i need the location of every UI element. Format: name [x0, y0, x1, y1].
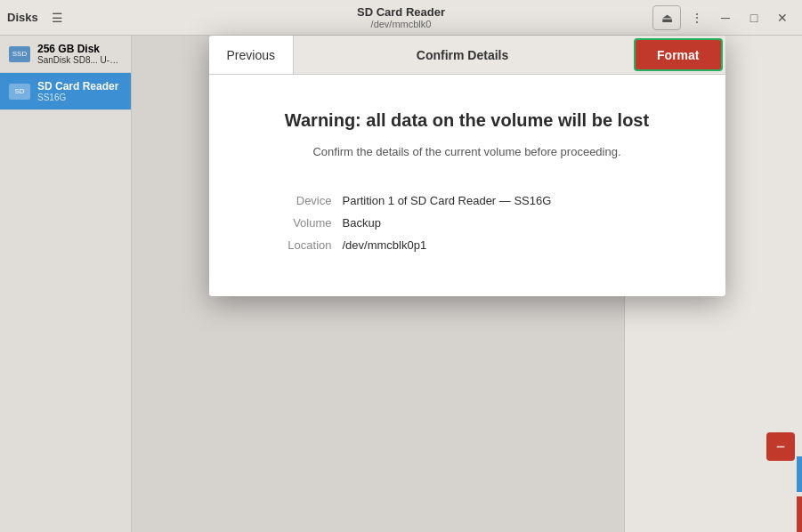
- sidebar-item-sub-sd: SS16G: [37, 93, 122, 102]
- location-label: Location: [271, 238, 343, 252]
- volume-row: Volume Backup: [271, 216, 699, 230]
- device-label: Device: [271, 194, 343, 207]
- sidebar-item-text-sd: SD Card Reader SS16G: [37, 80, 122, 102]
- hamburger-menu-button[interactable]: ☰: [45, 5, 70, 30]
- maximize-button[interactable]: □: [741, 5, 766, 30]
- eject-button[interactable]: ⏏: [652, 5, 681, 30]
- dialog-body: Warning: all data on the volume will be …: [209, 75, 725, 296]
- sidebar-item-sub-256gb: SanDisk SD8... U-256G-1006: [37, 55, 122, 65]
- sidebar: SSD 256 GB Disk SanDisk SD8... U-256G-10…: [0, 36, 132, 532]
- sidebar-item-title-256gb: 256 GB Disk: [37, 43, 122, 55]
- more-options-button[interactable]: ⋮: [685, 5, 709, 30]
- confirm-details-dialog: Previous Confirm Details Format Warning:…: [209, 36, 725, 296]
- close-button[interactable]: ✕: [770, 5, 795, 30]
- format-button[interactable]: Format: [634, 38, 722, 71]
- dialog-header: Previous Confirm Details Format: [209, 36, 725, 75]
- sidebar-item-title-sd: SD Card Reader: [37, 80, 122, 93]
- window-title: SD Card Reader: [357, 5, 445, 20]
- device-value: Partition 1 of SD Card Reader — SS16G: [343, 194, 552, 207]
- dialog-details: Device Partition 1 of SD Card Reader — S…: [236, 194, 699, 252]
- sd-icon: SD: [9, 84, 30, 100]
- dialog-overlay: Previous Confirm Details Format Warning:…: [132, 36, 802, 532]
- description-text: Confirm the details of the current volum…: [236, 145, 699, 158]
- volume-value: Backup: [343, 216, 381, 230]
- content-area: Model SS16G − Previous Confirm Details F…: [132, 36, 802, 532]
- sidebar-item-sd-card-reader[interactable]: SD SD Card Reader SS16G: [0, 73, 131, 110]
- previous-button[interactable]: Previous: [209, 36, 294, 74]
- sidebar-item-256gb-disk[interactable]: SSD 256 GB Disk SanDisk SD8... U-256G-10…: [0, 36, 131, 73]
- volume-label: Volume: [271, 216, 343, 230]
- minimize-button[interactable]: ─: [713, 5, 738, 30]
- warning-text: Warning: all data on the volume will be …: [236, 110, 699, 131]
- title-bar-left: Disks ☰: [7, 5, 70, 30]
- device-row: Device Partition 1 of SD Card Reader — S…: [271, 194, 699, 207]
- ssd-icon: SSD: [9, 46, 30, 62]
- title-bar-right: ⏏ ⋮ ─ □ ✕: [652, 5, 795, 30]
- dialog-title: Confirm Details: [294, 48, 631, 62]
- location-value: /dev/mmcblk0p1: [343, 238, 427, 252]
- location-row: Location /dev/mmcblk0p1: [271, 238, 699, 252]
- title-bar: Disks ☰ SD Card Reader /dev/mmcblk0 ⏏ ⋮ …: [0, 0, 802, 36]
- sidebar-item-text-256gb: 256 GB Disk SanDisk SD8... U-256G-1006: [37, 43, 122, 65]
- main-layout: SSD 256 GB Disk SanDisk SD8... U-256G-10…: [0, 36, 802, 532]
- app-title: Disks: [7, 11, 38, 24]
- title-bar-center: SD Card Reader /dev/mmcblk0: [357, 5, 445, 30]
- window-subtitle: /dev/mmcblk0: [357, 19, 445, 29]
